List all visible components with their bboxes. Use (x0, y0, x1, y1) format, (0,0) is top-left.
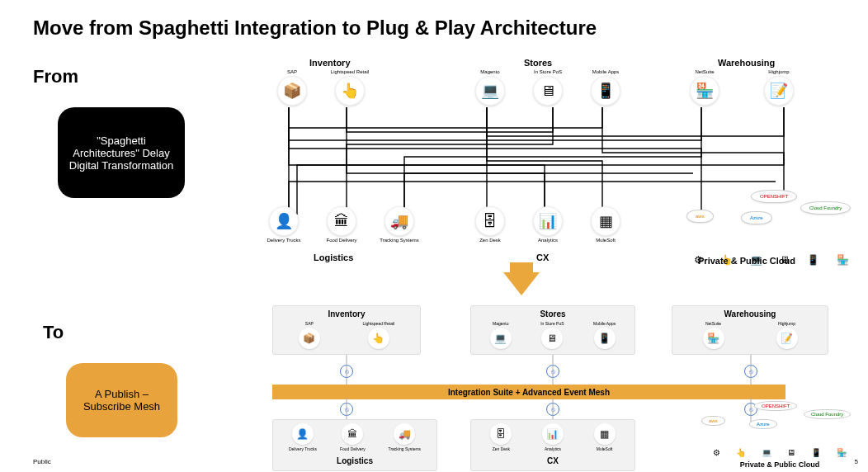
bus-lines (272, 355, 850, 388)
mini-icon: 📱 (811, 448, 821, 457)
card-title: Warehousing (679, 309, 821, 319)
form-icon: 📝 (776, 328, 798, 349)
card-title: Stores (478, 309, 628, 319)
mini-mulesoft: ▦MuleSoft (594, 423, 616, 453)
cloud-platforms-bottom: OPENSHIFT aws Azure Cloud Foundry ⚙ 👆 💻 … (701, 403, 858, 469)
system-label: Lightspeed Retail (330, 69, 370, 74)
mini-icon: ⚙ (713, 448, 720, 457)
pubsub-callout: A Publish – Subscribe Mesh (66, 363, 177, 437)
system-highjump: Highjump 📝 (759, 69, 799, 106)
mini-label: Magento (490, 321, 512, 326)
mini-food: 🏛Food Delivery (340, 423, 366, 453)
truck-icon: 🚚 (394, 423, 415, 445)
mini-delivery: 👤Delivery Trucks (289, 423, 317, 453)
cloud-azure: Azure (741, 211, 772, 224)
card-logistics: 👤Delivery Trucks 🏛Food Delivery 🚚Trackin… (272, 419, 437, 471)
database-icon: 🗄 (490, 423, 512, 445)
group-label-cloud: Private & Public Cloud (660, 256, 833, 269)
spaghetti-diagram: Inventory Stores Warehousing SAP 📦 Light… (239, 58, 858, 264)
card-title: CX (478, 456, 628, 465)
mini-icon: 💻 (762, 448, 771, 457)
mini-label: SAP (299, 321, 320, 326)
mini-label: NetSuite (703, 321, 724, 326)
grid-icon: ▦ (591, 206, 620, 236)
person-icon: 👤 (269, 206, 299, 236)
system-label: Zen Desk (470, 238, 510, 243)
system-sap: SAP 📦 (272, 69, 312, 106)
system-label: MuleSoft (586, 238, 625, 243)
box-icon: 📦 (299, 328, 320, 349)
system-label: Mobile Apps (586, 69, 625, 74)
mini-pos: In Store PoS🖥 (540, 321, 564, 349)
phone-icon: 📱 (591, 76, 620, 106)
mini-icon: 🖥 (787, 448, 795, 457)
pubsub-diagram: Inventory SAP 📦 Lightspeed Retail 👆 Stor… (272, 305, 858, 470)
card-inventory: Inventory SAP 📦 Lightspeed Retail 👆 (272, 305, 421, 355)
building-icon: 🏪 (703, 328, 724, 349)
cloud-mini-icons: ⚙ 👆 💻 🖥 📱 🏪 (705, 448, 855, 457)
footer-classification: Public (33, 458, 51, 465)
touch-icon: 👆 (335, 76, 365, 106)
to-label: To (43, 322, 64, 343)
system-label: In Store PoS (528, 69, 568, 74)
cloud-platforms: OPENSHIFT aws Azure Cloud Foundry ⚙ 👆 💻 … (685, 193, 858, 259)
cloud-aws: aws (701, 416, 725, 426)
card-cx: 🗄Zen Desk 📊Analytics ▦MuleSoft CX (470, 419, 635, 471)
group-label-logistics: Logistics (314, 253, 353, 262)
grid-icon: ▦ (594, 423, 616, 445)
mini-icon: 🏪 (837, 254, 849, 266)
mini-label: Mobile Apps (593, 321, 616, 326)
phone-icon: 📱 (594, 328, 616, 349)
mini-label: In Store PoS (540, 321, 564, 326)
group-label-stores: Stores (524, 58, 552, 68)
mini-label: Tracking Systems (389, 446, 422, 451)
mini-label: Zen Desk (490, 446, 512, 451)
from-label: From (33, 66, 78, 87)
bank-icon: 🏛 (342, 423, 363, 445)
system-mobile: Mobile Apps 📱 (586, 69, 625, 106)
mini-zendesk: 🗄Zen Desk (490, 423, 512, 453)
system-lightspeed: Lightspeed Retail 👆 (330, 69, 370, 106)
laptop-icon: 💻 (475, 76, 505, 106)
mini-mobile: Mobile Apps📱 (593, 321, 616, 349)
bank-icon: 🏛 (327, 206, 356, 236)
mini-label: Analytics (542, 446, 564, 451)
register-icon: 🖥 (541, 328, 563, 349)
system-zendesk: 🗄 Zen Desk (470, 206, 510, 244)
mini-label: MuleSoft (594, 446, 616, 451)
card-title: Inventory (280, 309, 413, 319)
page-title: Move from Spaghetti Integration to Plug … (33, 17, 597, 40)
mini-icon: 👆 (736, 448, 746, 457)
group-label-cloud: Private & Public Cloud (701, 460, 858, 469)
touch-icon: 👆 (368, 328, 389, 349)
mini-magento: Magento💻 (490, 321, 512, 349)
mini-sap: SAP 📦 (299, 321, 320, 349)
system-food-delivery: 🏛 Food Delivery (322, 206, 361, 244)
register-icon: 🖥 (533, 76, 563, 106)
box-icon: 📦 (277, 76, 307, 106)
chart-icon: 📊 (542, 423, 564, 445)
cloud-aws: aws (686, 210, 714, 223)
system-mulesoft: ▦ MuleSoft (586, 206, 625, 244)
mini-label: Delivery Trucks (289, 446, 317, 451)
group-label-cx: CX (536, 253, 549, 262)
truck-icon: 🚚 (384, 206, 414, 236)
database-icon: 🗄 (475, 206, 505, 236)
building-icon: 🏪 (690, 76, 719, 106)
group-label-warehousing: Warehousing (718, 58, 775, 68)
system-tracking: 🚚 Tracking Systems (380, 206, 419, 244)
mini-netsuite: NetSuite🏪 (703, 321, 724, 349)
cloud-openshift: OPENSHIFT (754, 401, 797, 411)
cloud-azure: Azure (749, 419, 777, 429)
system-label: Analytics (528, 238, 568, 243)
mini-label: Food Delivery (340, 446, 366, 451)
cloud-foundry: Cloud Foundry (804, 409, 851, 419)
system-netsuite: NetSuite 🏪 (685, 69, 724, 106)
laptop-icon: 💻 (490, 328, 512, 349)
form-icon: 📝 (764, 76, 794, 106)
mini-lightspeed: Lightspeed Retail 👆 (363, 321, 395, 349)
mini-tracking: 🚚Tracking Systems (389, 423, 422, 453)
mini-analytics: 📊Analytics (542, 423, 564, 453)
card-warehousing: Warehousing NetSuite🏪 Highjump📝 (672, 305, 828, 355)
system-label: SAP (272, 69, 312, 74)
